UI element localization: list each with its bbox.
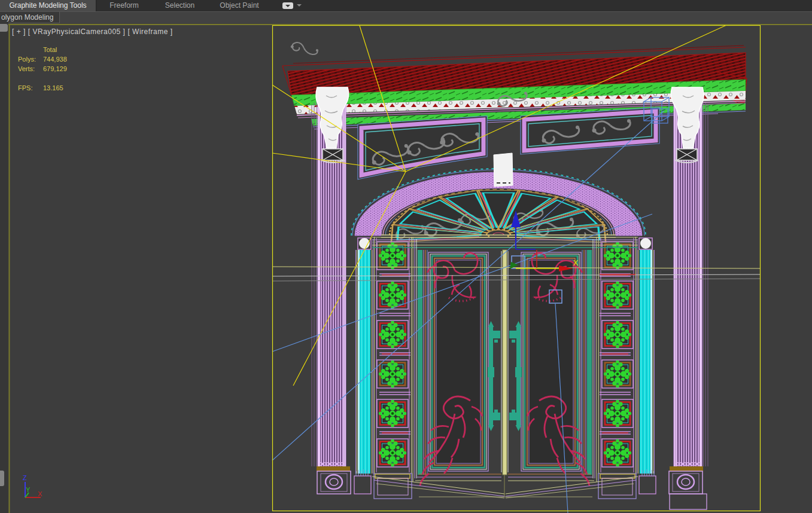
axis-tripod: Z Y X [23,474,42,497]
viewport-menu-shading[interactable]: [ Wireframe ] [127,28,172,36]
tab-freeform[interactable]: Freeform [102,0,147,11]
tab-polygon-modeling[interactable]: olygon Modeling [0,12,60,23]
tab-selection[interactable]: Selection [157,0,202,11]
viewport-menu-camera[interactable]: [ VRayPhysicalCamera005 ] [28,28,126,36]
white-label-box [494,153,513,187]
door-right-leaf [508,237,597,485]
stats-polys-label: Polys: [18,56,36,63]
stats-fps-label: FPS: [18,84,32,91]
ribbon-tab-bar: Graphite Modeling Tools Freeform Selecti… [0,0,812,11]
viewport-label: [ + ][ VRayPhysicalCamera005 ][ Wirefram… [12,28,175,36]
stats-verts-label: Verts: [18,65,35,72]
tab-graphite-modeling-tools[interactable]: Graphite Modeling Tools [0,0,96,11]
ribbon-panel-bar: olygon Modeling [0,11,812,23]
door-left-leaf [413,237,501,485]
pilaster-right [669,87,708,494]
stats-polys-value: 744,938 [43,56,67,63]
rosette-column-right [598,237,656,499]
panel-scroll-notch-bottom[interactable] [0,471,4,486]
ribbon-minimize-button[interactable] [282,2,293,9]
axis-z-label: Z [23,474,27,481]
stats-fps-value: 13.165 [43,84,63,91]
wireframe-scene: X Z Y X [8,24,812,513]
stats-total-header: Total [43,46,57,53]
ribbon-dropdown-caret-icon[interactable] [297,4,302,7]
pilaster-right-base-ext [670,494,707,509]
panel-scroll-notch-top[interactable] [0,24,8,32]
pilaster-left [312,87,351,494]
gizmo-x-label: X [573,259,578,267]
axis-x-label: X [38,490,42,497]
tab-object-paint[interactable]: Object Paint [212,0,266,11]
axis-y-label: Y [26,486,31,493]
viewport-menu-general[interactable]: [ + ] [12,28,26,36]
viewport-canvas[interactable]: X Z Y X [0,0,812,513]
left-edge-strip [0,23,8,513]
stats-verts-value: 679,129 [43,65,67,72]
application-window: X Z Y X Graphite Modeling Tools Freeform… [0,0,812,513]
door-mullion [503,250,507,496]
